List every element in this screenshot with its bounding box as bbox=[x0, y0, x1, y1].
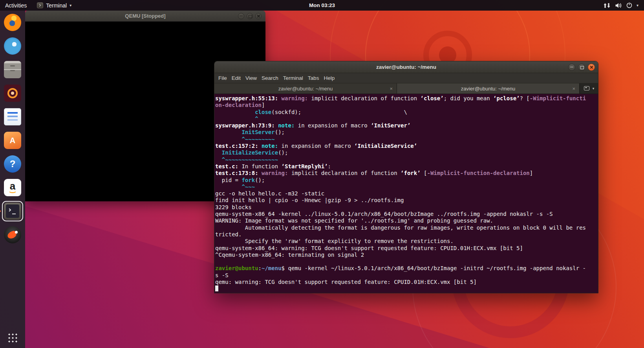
bird-app-icon bbox=[4, 226, 21, 243]
app-menu-button[interactable]: Terminal ▾ bbox=[32, 0, 77, 11]
terminal-line: Automatically detecting the format is da… bbox=[215, 225, 598, 231]
qemu-titlebar[interactable]: QEMU [Stopped] bbox=[25, 11, 265, 22]
menu-item-help[interactable]: Help bbox=[321, 75, 337, 81]
terminal-tabs: zavier@ubuntu: ~/menu×zavier@ubuntu: ~/m… bbox=[214, 83, 580, 94]
activities-button[interactable]: Activities bbox=[0, 0, 32, 11]
tab-close-button[interactable]: × bbox=[572, 86, 575, 92]
terminal-app-icon bbox=[37, 2, 43, 8]
terminal-line: close(sockfd); \ bbox=[215, 109, 598, 116]
files-icon[interactable] bbox=[3, 60, 22, 79]
terminal-cursor bbox=[215, 285, 218, 291]
ubuntu-software-icon[interactable]: A bbox=[3, 131, 22, 150]
thunderbird-icon[interactable] bbox=[3, 37, 22, 55]
files-glyph bbox=[4, 61, 21, 78]
terminal-line: syswrapper.h:55:13: warning: implicit de… bbox=[215, 95, 598, 102]
terminal-output: syswrapper.h:55:13: warning: implicit de… bbox=[215, 95, 598, 293]
terminal-titlebar[interactable]: zavier@ubuntu: ~/menu bbox=[214, 61, 598, 73]
thunderbird-glyph bbox=[4, 37, 21, 55]
libreoffice-writer-icon[interactable] bbox=[3, 107, 22, 126]
terminal-line: s -S bbox=[215, 272, 598, 279]
amazon-icon[interactable]: a bbox=[3, 178, 22, 197]
top-bar: Activities Terminal ▾ Mon 03:23 ▾ bbox=[0, 0, 644, 11]
firefox-icon bbox=[4, 14, 21, 31]
amazon-glyph: a bbox=[4, 179, 21, 196]
terminal-line bbox=[215, 285, 598, 292]
tab-label: zavier@ubuntu: ~/menu bbox=[278, 86, 333, 92]
terminal-window: zavier@ubuntu: ~/menu FileEditViewSearch… bbox=[214, 61, 598, 293]
help-icon: ? bbox=[4, 155, 21, 173]
terminal-line: Specify the 'raw' format explicitly to r… bbox=[215, 238, 598, 245]
tab-list-dropdown[interactable]: ▾ bbox=[593, 87, 595, 90]
clock[interactable]: Mon 03:23 bbox=[309, 2, 335, 8]
menu-item-terminal[interactable]: Terminal bbox=[281, 75, 306, 81]
dock-items: A?a bbox=[3, 13, 22, 244]
terminal-tab[interactable]: zavier@ubuntu: ~/menu× bbox=[214, 83, 397, 94]
terminal-line: pid = fork(); bbox=[215, 177, 598, 184]
terminal-line: on-declaration] bbox=[215, 102, 598, 109]
terminal-screen[interactable]: syswrapper.h:55:13: warning: implicit de… bbox=[214, 94, 598, 293]
terminal-line: test.c: In function ‘StartReplyhi’: bbox=[215, 163, 598, 170]
menu-item-tabs[interactable]: Tabs bbox=[306, 75, 322, 81]
tab-label: zavier@ubuntu: ~/menu bbox=[461, 86, 516, 92]
network-icon bbox=[603, 3, 611, 8]
terminal-icon[interactable] bbox=[3, 202, 22, 221]
terminal-tab[interactable]: zavier@ubuntu: ~/menu× bbox=[397, 83, 580, 94]
terminal-line bbox=[215, 258, 598, 265]
maximize-button[interactable] bbox=[247, 13, 253, 19]
menu-item-search[interactable]: Search bbox=[259, 75, 281, 81]
terminal-line: qemu-system-x86_64 -kernel ../linux-5.0.… bbox=[215, 211, 598, 217]
bird-app-icon[interactable] bbox=[3, 225, 22, 244]
terminal-line: ^~~~~~~~~~~~~~~~~ bbox=[215, 157, 598, 163]
app-menu-label: Terminal bbox=[46, 2, 67, 9]
terminal-menubar: FileEditViewSearchTerminalTabsHelp bbox=[214, 73, 598, 83]
help-glyph: ? bbox=[4, 155, 21, 173]
terminal-line: find init hello | cpio -o -Hnewc |gzip -… bbox=[215, 197, 598, 204]
rhythmbox-icon bbox=[4, 85, 21, 102]
qemu-window-controls bbox=[238, 11, 262, 21]
terminal-line: InitServer(); bbox=[215, 129, 598, 136]
power-icon bbox=[626, 2, 632, 8]
ubuntu-software-icon: A bbox=[4, 132, 21, 149]
menu-item-view[interactable]: View bbox=[243, 75, 259, 81]
amazon-icon: a bbox=[4, 179, 21, 196]
writer-glyph bbox=[4, 109, 21, 125]
chevron-down-icon: ▾ bbox=[70, 3, 71, 7]
terminal-glyph bbox=[8, 208, 11, 212]
close-button[interactable] bbox=[588, 64, 595, 71]
terminal-line: gcc -o hello hello.c -m32 -static bbox=[215, 190, 598, 197]
libreoffice-writer-icon bbox=[4, 108, 21, 125]
terminal-tabbar: zavier@ubuntu: ~/menu×zavier@ubuntu: ~/m… bbox=[214, 83, 598, 94]
chevron-down-icon: ▾ bbox=[637, 3, 639, 7]
terminal-window-title: zavier@ubuntu: ~/menu bbox=[376, 64, 436, 70]
terminal-line: ^ bbox=[215, 116, 598, 122]
volume-icon bbox=[615, 3, 622, 8]
maximize-button[interactable] bbox=[578, 64, 585, 71]
system-status-area[interactable]: ▾ bbox=[601, 0, 641, 11]
tab-tools: ▾ bbox=[580, 83, 598, 94]
thunderbird-icon bbox=[4, 37, 21, 55]
terminal-line: 3229 blocks bbox=[215, 204, 598, 211]
menu-item-file[interactable]: File bbox=[216, 75, 229, 81]
tab-close-button[interactable]: × bbox=[390, 86, 393, 92]
terminal-icon bbox=[4, 203, 21, 220]
menu-item-edit[interactable]: Edit bbox=[229, 75, 243, 81]
terminal-line: zavier@ubuntu:~/menu$ qemu -kernel ~/lin… bbox=[215, 265, 598, 272]
bird-glyph bbox=[4, 226, 21, 243]
new-terminal-icon[interactable] bbox=[584, 85, 589, 92]
rhythmbox-icon[interactable] bbox=[3, 84, 22, 103]
terminal-line: test.c:157:2: note: in expansion of macr… bbox=[215, 143, 598, 149]
terminal-line: WARNING: Image format was not specified … bbox=[215, 217, 598, 224]
minimize-button[interactable] bbox=[568, 64, 575, 71]
terminal-line: test.c:173:8: warning: implicit declarat… bbox=[215, 170, 598, 177]
minimize-button[interactable] bbox=[238, 13, 244, 19]
software-glyph: A bbox=[4, 132, 21, 149]
terminal-line: ^Cqemu-system-x86_64: terminating on sig… bbox=[215, 252, 598, 258]
help-icon[interactable]: ? bbox=[3, 155, 22, 173]
terminal-line: ^~~~~~~~~~ bbox=[215, 136, 598, 143]
files-icon bbox=[4, 61, 21, 78]
close-button[interactable] bbox=[255, 13, 262, 19]
show-applications-button[interactable] bbox=[7, 333, 18, 343]
firefox-icon[interactable] bbox=[3, 13, 22, 32]
terminal-line: syswrapper.h:73:9: note: in expansion of… bbox=[215, 122, 598, 129]
terminal-line: qemu: warning: TCG doesn't support reque… bbox=[215, 279, 598, 285]
